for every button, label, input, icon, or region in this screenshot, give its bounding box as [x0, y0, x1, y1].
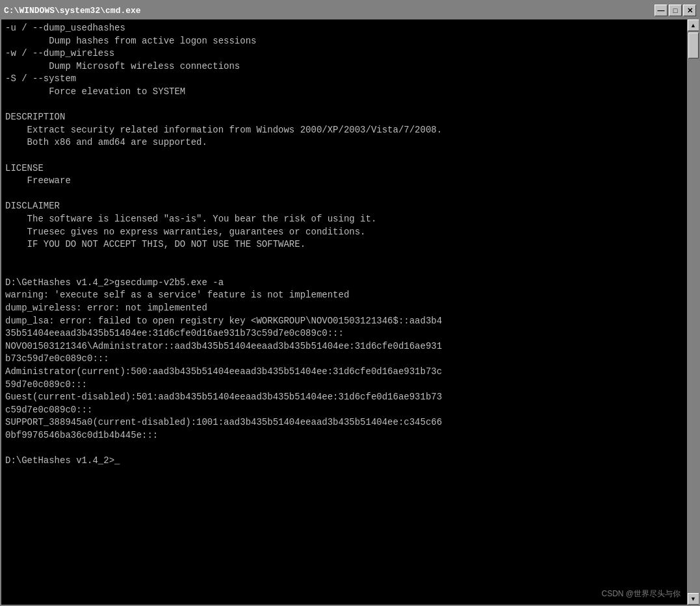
scrollbar-track[interactable] [688, 31, 699, 593]
terminal-output[interactable]: -u / --dump_usedhashes Dump hashes from … [1, 19, 687, 605]
scroll-down-button[interactable]: ▼ [688, 593, 699, 605]
window-controls: — □ ✕ [655, 5, 696, 16]
cmd-window: C:\WINDOWS\system32\cmd.exe — □ ✕ -u / -… [0, 0, 700, 606]
scroll-up-button[interactable]: ▲ [688, 19, 699, 31]
maximize-button[interactable]: □ [669, 5, 682, 16]
scrollbar-thumb[interactable] [688, 32, 699, 58]
close-button[interactable]: ✕ [683, 5, 696, 16]
watermark: CSDN @世界尽头与你 [601, 588, 681, 600]
title-bar: C:\WINDOWS\system32\cmd.exe — □ ✕ [1, 1, 699, 19]
scrollbar[interactable]: ▲ ▼ [687, 19, 699, 605]
content-area: -u / --dump_usedhashes Dump hashes from … [1, 19, 699, 605]
minimize-button[interactable]: — [655, 5, 668, 16]
window-title: C:\WINDOWS\system32\cmd.exe [4, 6, 141, 16]
